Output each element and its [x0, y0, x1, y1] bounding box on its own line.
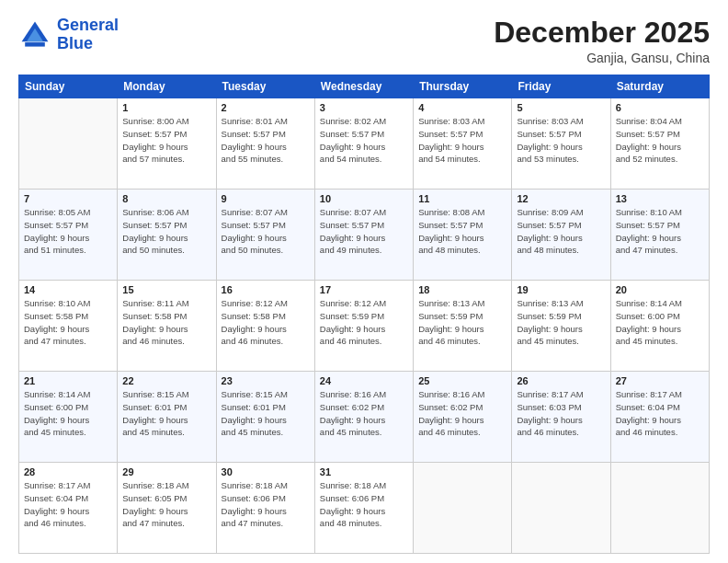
- calendar-cell: 2Sunrise: 8:01 AMSunset: 5:57 PMDaylight…: [216, 98, 314, 190]
- day-number: 24: [320, 375, 408, 386]
- calendar-cell: 6Sunrise: 8:04 AMSunset: 5:57 PMDaylight…: [610, 98, 709, 190]
- calendar-cell: 9Sunrise: 8:07 AMSunset: 5:57 PMDaylight…: [216, 190, 314, 281]
- location-subtitle: Ganjia, Gansu, China: [494, 51, 710, 65]
- calendar-cell: 10Sunrise: 8:07 AMSunset: 5:57 PMDayligh…: [314, 190, 413, 281]
- week-row-3: 14Sunrise: 8:10 AMSunset: 5:58 PMDayligh…: [19, 281, 710, 372]
- calendar-cell: 29Sunrise: 8:18 AMSunset: 6:05 PMDayligh…: [118, 463, 216, 554]
- day-info: Sunrise: 8:14 AMSunset: 6:00 PMDaylight:…: [24, 388, 112, 439]
- logo-icon: [18, 18, 51, 52]
- day-info: Sunrise: 8:16 AMSunset: 6:02 PMDaylight:…: [418, 388, 506, 439]
- day-info: Sunrise: 8:12 AMSunset: 5:58 PMDaylight:…: [222, 297, 310, 348]
- calendar-cell: 18Sunrise: 8:13 AMSunset: 5:59 PMDayligh…: [414, 281, 512, 372]
- header: General Blue December 2025 Ganjia, Gansu…: [18, 17, 710, 65]
- calendar-cell: 15Sunrise: 8:11 AMSunset: 5:58 PMDayligh…: [118, 281, 216, 372]
- week-row-5: 28Sunrise: 8:17 AMSunset: 6:04 PMDayligh…: [19, 463, 710, 554]
- calendar-cell: 4Sunrise: 8:03 AMSunset: 5:57 PMDaylight…: [414, 98, 512, 190]
- calendar-table: SundayMondayTuesdayWednesdayThursdayFrid…: [18, 75, 710, 554]
- calendar-cell: 8Sunrise: 8:06 AMSunset: 5:57 PMDaylight…: [118, 190, 216, 281]
- calendar-cell: 26Sunrise: 8:17 AMSunset: 6:03 PMDayligh…: [512, 372, 610, 463]
- day-number: 2: [222, 102, 310, 113]
- calendar-cell: [19, 98, 118, 190]
- calendar-cell: 27Sunrise: 8:17 AMSunset: 6:04 PMDayligh…: [610, 372, 709, 463]
- day-info: Sunrise: 8:17 AMSunset: 6:04 PMDaylight:…: [616, 388, 704, 439]
- col-header-sunday: Sunday: [19, 75, 118, 98]
- day-number: 27: [616, 375, 704, 386]
- calendar-cell: 23Sunrise: 8:15 AMSunset: 6:01 PMDayligh…: [216, 372, 314, 463]
- day-info: Sunrise: 8:18 AMSunset: 6:06 PMDaylight:…: [222, 479, 310, 530]
- day-number: 1: [122, 102, 210, 113]
- day-info: Sunrise: 8:01 AMSunset: 5:57 PMDaylight:…: [222, 115, 310, 166]
- day-number: 26: [517, 375, 605, 386]
- col-header-wednesday: Wednesday: [314, 75, 413, 98]
- day-number: 30: [222, 466, 310, 477]
- col-header-monday: Monday: [118, 75, 216, 98]
- day-number: 20: [616, 284, 704, 295]
- day-info: Sunrise: 8:13 AMSunset: 5:59 PMDaylight:…: [517, 297, 605, 348]
- day-info: Sunrise: 8:16 AMSunset: 6:02 PMDaylight:…: [320, 388, 408, 439]
- day-number: 14: [24, 284, 112, 295]
- day-info: Sunrise: 8:18 AMSunset: 6:06 PMDaylight:…: [320, 479, 408, 530]
- day-info: Sunrise: 8:15 AMSunset: 6:01 PMDaylight:…: [122, 388, 210, 439]
- day-info: Sunrise: 8:03 AMSunset: 5:57 PMDaylight:…: [418, 115, 506, 166]
- day-number: 10: [320, 193, 408, 204]
- calendar-cell: [610, 463, 709, 554]
- week-row-2: 7Sunrise: 8:05 AMSunset: 5:57 PMDaylight…: [19, 190, 710, 281]
- day-info: Sunrise: 8:18 AMSunset: 6:05 PMDaylight:…: [122, 479, 210, 530]
- calendar-cell: 12Sunrise: 8:09 AMSunset: 5:57 PMDayligh…: [512, 190, 610, 281]
- day-number: 7: [24, 193, 112, 204]
- page: General Blue December 2025 Ganjia, Gansu…: [0, 0, 728, 563]
- col-header-tuesday: Tuesday: [216, 75, 314, 98]
- day-info: Sunrise: 8:10 AMSunset: 5:57 PMDaylight:…: [616, 206, 704, 257]
- day-info: Sunrise: 8:09 AMSunset: 5:57 PMDaylight:…: [517, 206, 605, 257]
- week-row-4: 21Sunrise: 8:14 AMSunset: 6:00 PMDayligh…: [19, 372, 710, 463]
- calendar-cell: 31Sunrise: 8:18 AMSunset: 6:06 PMDayligh…: [314, 463, 413, 554]
- calendar-body: 1Sunrise: 8:00 AMSunset: 5:57 PMDaylight…: [19, 98, 710, 554]
- day-info: Sunrise: 8:02 AMSunset: 5:57 PMDaylight:…: [320, 115, 408, 166]
- calendar-cell: 16Sunrise: 8:12 AMSunset: 5:58 PMDayligh…: [216, 281, 314, 372]
- day-of-week-row: SundayMondayTuesdayWednesdayThursdayFrid…: [19, 75, 710, 98]
- logo-text: General Blue: [57, 17, 119, 53]
- day-number: 13: [616, 193, 704, 204]
- calendar-cell: 21Sunrise: 8:14 AMSunset: 6:00 PMDayligh…: [19, 372, 118, 463]
- day-info: Sunrise: 8:12 AMSunset: 5:59 PMDaylight:…: [320, 297, 408, 348]
- day-info: Sunrise: 8:14 AMSunset: 6:00 PMDaylight:…: [616, 297, 704, 348]
- day-number: 12: [517, 193, 605, 204]
- day-number: 19: [517, 284, 605, 295]
- day-number: 9: [222, 193, 310, 204]
- day-number: 25: [418, 375, 506, 386]
- calendar-cell: 13Sunrise: 8:10 AMSunset: 5:57 PMDayligh…: [610, 190, 709, 281]
- title-block: December 2025 Ganjia, Gansu, China: [494, 17, 710, 65]
- day-info: Sunrise: 8:03 AMSunset: 5:57 PMDaylight:…: [517, 115, 605, 166]
- week-row-1: 1Sunrise: 8:00 AMSunset: 5:57 PMDaylight…: [19, 98, 710, 190]
- day-info: Sunrise: 8:17 AMSunset: 6:04 PMDaylight:…: [24, 479, 112, 530]
- calendar-cell: 25Sunrise: 8:16 AMSunset: 6:02 PMDayligh…: [414, 372, 512, 463]
- calendar-cell: 17Sunrise: 8:12 AMSunset: 5:59 PMDayligh…: [314, 281, 413, 372]
- calendar-cell: 11Sunrise: 8:08 AMSunset: 5:57 PMDayligh…: [414, 190, 512, 281]
- calendar-cell: 5Sunrise: 8:03 AMSunset: 5:57 PMDaylight…: [512, 98, 610, 190]
- calendar-cell: [512, 463, 610, 554]
- day-info: Sunrise: 8:00 AMSunset: 5:57 PMDaylight:…: [122, 115, 210, 166]
- calendar-cell: [414, 463, 512, 554]
- day-number: 4: [418, 102, 506, 113]
- month-title: December 2025: [494, 17, 710, 49]
- svg-rect-2: [25, 42, 45, 47]
- day-number: 8: [122, 193, 210, 204]
- calendar-cell: 20Sunrise: 8:14 AMSunset: 6:00 PMDayligh…: [610, 281, 709, 372]
- calendar-cell: 7Sunrise: 8:05 AMSunset: 5:57 PMDaylight…: [19, 190, 118, 281]
- day-info: Sunrise: 8:08 AMSunset: 5:57 PMDaylight:…: [418, 206, 506, 257]
- day-number: 23: [222, 375, 310, 386]
- day-number: 15: [122, 284, 210, 295]
- day-info: Sunrise: 8:04 AMSunset: 5:57 PMDaylight:…: [616, 115, 704, 166]
- day-number: 6: [616, 102, 704, 113]
- calendar-cell: 3Sunrise: 8:02 AMSunset: 5:57 PMDaylight…: [314, 98, 413, 190]
- calendar-cell: 19Sunrise: 8:13 AMSunset: 5:59 PMDayligh…: [512, 281, 610, 372]
- col-header-thursday: Thursday: [414, 75, 512, 98]
- day-number: 3: [320, 102, 408, 113]
- day-number: 17: [320, 284, 408, 295]
- day-number: 28: [24, 466, 112, 477]
- day-info: Sunrise: 8:11 AMSunset: 5:58 PMDaylight:…: [122, 297, 210, 348]
- day-number: 11: [418, 193, 506, 204]
- calendar-cell: 28Sunrise: 8:17 AMSunset: 6:04 PMDayligh…: [19, 463, 118, 554]
- day-info: Sunrise: 8:17 AMSunset: 6:03 PMDaylight:…: [517, 388, 605, 439]
- calendar-cell: 24Sunrise: 8:16 AMSunset: 6:02 PMDayligh…: [314, 372, 413, 463]
